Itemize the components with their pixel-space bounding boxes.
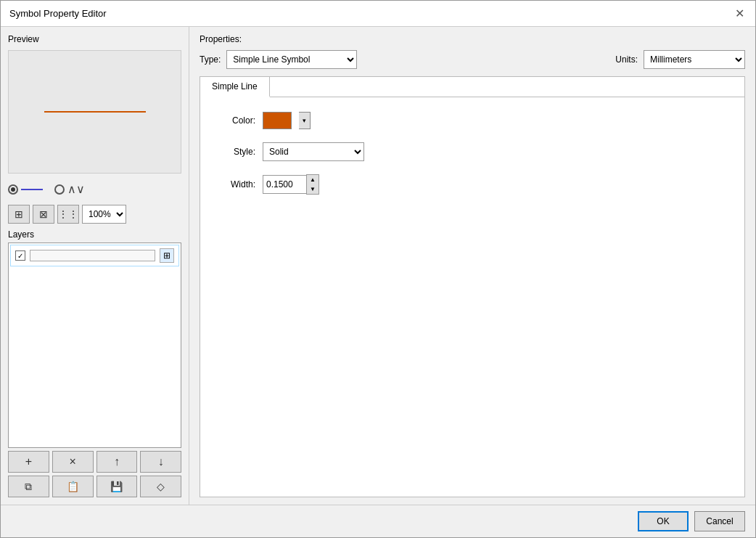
right-panel: Properties: Type: Simple Line Symbol Car… <box>189 27 755 505</box>
add-layer-button[interactable]: + <box>8 451 49 473</box>
paste-button[interactable]: 📋 <box>52 476 94 497</box>
type-label: Type: <box>200 54 221 65</box>
color-dropdown-button[interactable]: ▾ <box>299 112 311 129</box>
move-up-button[interactable]: ↑ <box>96 451 138 473</box>
layer-checkbox[interactable]: ✓ <box>15 250 25 261</box>
units-select[interactable]: Points Pixels Millimeters Centimeters In… <box>644 50 745 69</box>
radio-cartographic[interactable]: ∧∨ <box>54 182 85 196</box>
color-label: Color: <box>212 115 255 126</box>
wave-symbol-icon: ∧∨ <box>67 182 85 196</box>
radio-simple[interactable] <box>8 184 43 195</box>
color-row: Color: ▾ <box>212 112 733 129</box>
style-row: Style: Solid Dash Dot Dash Dot Null <box>212 142 733 161</box>
style-label: Style: <box>212 147 255 157</box>
fit-height-button[interactable]: ⋮⋮ <box>57 205 79 224</box>
width-input[interactable] <box>263 175 306 194</box>
preview-area <box>8 50 181 174</box>
color-swatch[interactable] <box>263 112 292 129</box>
cancel-button[interactable]: Cancel <box>694 511 745 531</box>
copy-button[interactable]: ⧉ <box>8 476 49 497</box>
tab-header: Simple Line <box>200 77 744 97</box>
type-field-group: Type: Simple Line Symbol Cartographic Li… <box>200 50 357 69</box>
tab-container: Simple Line Color: ▾ Style: Solid D <box>200 76 745 497</box>
reset-button[interactable]: ◇ <box>140 476 181 497</box>
spinner-up-button[interactable]: ▲ <box>307 175 319 184</box>
width-spinner: ▲ ▼ <box>263 174 319 195</box>
titlebar: Symbol Property Editor ✕ <box>1 1 755 27</box>
layers-list: ✓ ⊞ <box>8 242 181 448</box>
width-row: Width: ▲ ▼ <box>212 174 733 195</box>
layer-item[interactable]: ✓ ⊞ <box>10 245 179 266</box>
bottom-bar: OK Cancel <box>1 505 755 537</box>
remove-layer-button[interactable]: × <box>52 451 94 473</box>
layers-label: Layers <box>8 229 181 240</box>
tab-simple-line[interactable]: Simple Line <box>200 77 270 97</box>
layer-edit-icon[interactable]: ⊞ <box>160 248 174 263</box>
units-label: Units: <box>615 54 638 65</box>
layer-preview <box>30 250 155 261</box>
spinner-buttons: ▲ ▼ <box>306 174 319 195</box>
view-buttons: ⊞ ⊠ ⋮⋮ 25% 50% 75% 100% 150% 200% <box>8 205 181 224</box>
tab-content-simple-line: Color: ▾ Style: Solid Dash Dot Dash Dot … <box>200 97 744 497</box>
type-select[interactable]: Simple Line Symbol Cartographic Line Sym… <box>226 50 357 69</box>
layers-section: Layers ✓ ⊞ + × ↑ ↓ ⧉ <box>8 229 181 497</box>
symbol-property-editor-dialog: Symbol Property Editor ✕ Preview <box>0 0 756 538</box>
dialog-title: Symbol Property Editor <box>9 8 107 19</box>
preview-label: Preview <box>8 34 181 44</box>
spinner-down-button[interactable]: ▼ <box>307 184 319 194</box>
fit-all-button[interactable]: ⊞ <box>8 205 30 224</box>
layer-actions-row2: ⧉ 📋 💾 ◇ <box>8 476 181 497</box>
properties-label: Properties: <box>200 34 745 44</box>
main-content: Preview ∧∨ <box>1 27 755 505</box>
radio-simple-circle[interactable] <box>8 184 18 195</box>
preview-line <box>44 111 146 113</box>
ok-button[interactable]: OK <box>638 511 689 531</box>
close-button[interactable]: ✕ <box>732 7 747 21</box>
width-label: Width: <box>212 179 255 189</box>
save-button[interactable]: 💾 <box>96 476 138 497</box>
style-select[interactable]: Solid Dash Dot Dash Dot Null <box>263 142 364 161</box>
units-field-group: Units: Points Pixels Millimeters Centime… <box>615 50 745 69</box>
type-units-row: Type: Simple Line Symbol Cartographic Li… <box>200 50 745 69</box>
move-down-button[interactable]: ↓ <box>140 451 181 473</box>
layer-actions-row1: + × ↑ ↓ <box>8 451 181 473</box>
symbol-controls: ∧∨ <box>8 179 181 199</box>
radio-cartographic-circle[interactable] <box>54 184 65 195</box>
left-panel: Preview ∧∨ <box>1 27 189 505</box>
fit-width-button[interactable]: ⊠ <box>33 205 54 224</box>
simple-line-symbol-icon <box>21 189 43 190</box>
zoom-select[interactable]: 25% 50% 75% 100% 150% 200% <box>82 205 126 224</box>
